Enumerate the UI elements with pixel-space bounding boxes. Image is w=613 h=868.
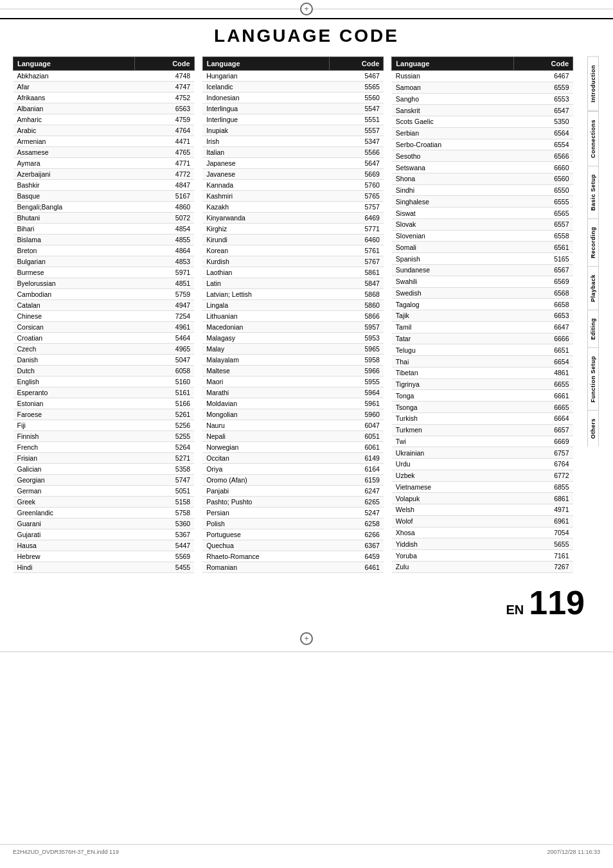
lang-code: 5551 — [329, 114, 384, 125]
table-row: Amharic4759 — [13, 114, 195, 125]
lang-code: 6567 — [513, 265, 573, 276]
lang-name: Singhalese — [392, 196, 513, 208]
table-row: Maori5955 — [202, 376, 384, 387]
lang-name: Danish — [13, 355, 135, 366]
lang-name: Setswana — [392, 162, 513, 173]
table-row: Bashkir4847 — [13, 180, 195, 191]
lang-code: 5860 — [329, 300, 384, 311]
lang-name: Latvian; Lettish — [202, 289, 329, 300]
lang-name: Mongolian — [202, 409, 329, 420]
table-row: Hungarian5467 — [202, 71, 384, 82]
lang-code: 7267 — [513, 561, 573, 572]
lang-name: Siswat — [392, 208, 513, 219]
side-tab-recording: Recording — [587, 218, 599, 266]
en-label: EN — [506, 603, 524, 617]
lang-code: 6669 — [513, 436, 573, 447]
lang-name: Catalan — [13, 300, 135, 311]
lang-code: 6764 — [513, 459, 573, 470]
lang-name: Amharic — [13, 114, 135, 125]
table-row: Greenlandic5758 — [13, 508, 195, 518]
lang-code: 5160 — [135, 376, 195, 387]
lang-code: 4947 — [135, 300, 195, 311]
table-row: Kirundi6460 — [202, 235, 384, 245]
table-row: Siswat6565 — [392, 208, 573, 219]
table-row: Turkish6664 — [392, 412, 573, 424]
lang-code: 4853 — [135, 256, 195, 267]
table-row: Bulgarian4853 — [13, 256, 195, 267]
lang-name: Tamil — [392, 321, 513, 333]
lang-code: 5747 — [135, 475, 195, 486]
table-row: Interlingue5551 — [202, 114, 384, 125]
lang-code: 5158 — [135, 497, 195, 508]
lang-name: Welsh — [392, 504, 513, 516]
table-row: Finnish5255 — [13, 431, 195, 442]
table-row: Urdu6764 — [392, 459, 573, 470]
lang-name: Uzbek — [392, 470, 513, 481]
lang-code: 5247 — [329, 508, 384, 518]
table-row: Aymara4771 — [13, 158, 195, 169]
lang-name: Galician — [13, 464, 135, 475]
lang-name: Shona — [392, 173, 513, 184]
table-row: Sangho6553 — [392, 93, 573, 105]
table-row: Arabic4764 — [13, 125, 195, 136]
lang-name: Yiddish — [392, 538, 513, 550]
lang-code: 5569 — [135, 551, 195, 562]
table-row: Czech4965 — [13, 344, 195, 355]
lang-name: German — [13, 486, 135, 497]
lang-code: 6654 — [513, 356, 573, 368]
lang-name: Sanskrit — [392, 105, 513, 116]
side-tab-function-setup: Function Setup — [587, 348, 599, 411]
lang-code: 6564 — [513, 127, 573, 139]
table-row: Greek5158 — [13, 497, 195, 508]
lang-code: 4847 — [135, 180, 195, 191]
table-row: Yiddish5655 — [392, 538, 573, 550]
lang-code: 6665 — [513, 402, 573, 413]
table-row: German5051 — [13, 486, 195, 497]
table-row: Kannada5760 — [202, 180, 384, 191]
table-row: Vietnamese6855 — [392, 481, 573, 493]
lang-name: Interlingua — [202, 103, 329, 114]
table-row: Malayalam5958 — [202, 355, 384, 366]
lang-code: 5565 — [329, 82, 384, 93]
table-row: Hindi5455 — [13, 562, 195, 573]
lang-code: 5560 — [329, 93, 384, 103]
lang-name: Macedonian — [202, 322, 329, 333]
lang-name: Oromo (Afan) — [202, 475, 329, 486]
table-row: Zulu7267 — [392, 561, 573, 572]
lang-code: 5771 — [329, 224, 384, 235]
lang-code: 4471 — [135, 136, 195, 147]
table-row: Macedonian5957 — [202, 322, 384, 333]
lang-code: 5655 — [513, 538, 573, 550]
table-row: Volapuk6861 — [392, 493, 573, 504]
table-row: Breton4864 — [13, 245, 195, 256]
table-row: Guarani5360 — [13, 518, 195, 529]
lang-name: Tajik — [392, 310, 513, 322]
lang-name: Serbo-Croatian — [392, 139, 513, 150]
table-row: Kinyarwanda6469 — [202, 213, 384, 224]
table-row: Serbian6564 — [392, 127, 573, 139]
table-row: Panjabi6247 — [202, 486, 384, 497]
table-row: Afrikaans4752 — [13, 93, 195, 103]
lang-name: Nauru — [202, 420, 329, 431]
lang-code: 6855 — [513, 481, 573, 493]
lang-code: 6666 — [513, 333, 573, 344]
lang-code: 6565 — [513, 208, 573, 219]
table-row: Romanian6461 — [202, 562, 384, 573]
lang-name: Croatian — [13, 333, 135, 344]
table-row: Sanskrit6547 — [392, 105, 573, 116]
table-row: Serbo-Croatian6554 — [392, 139, 573, 150]
lang-code: 5971 — [135, 267, 195, 278]
lang-name: Azerbaijani — [13, 169, 135, 180]
lang-code: 5767 — [329, 256, 384, 267]
table-row: Ukrainian6757 — [392, 447, 573, 459]
footer-right: 2007/12/28 11:16:33 — [547, 849, 600, 855]
lang-code: 4765 — [135, 147, 195, 158]
lang-code: 6660 — [513, 162, 573, 173]
lang-code: 4851 — [135, 278, 195, 289]
lang-name: Romanian — [202, 562, 329, 573]
lang-code: 5757 — [329, 202, 384, 213]
lang-name: Esperanto — [13, 387, 135, 398]
lang-name: Greek — [13, 497, 135, 508]
lang-code: 6164 — [329, 464, 384, 475]
lang-name: Russian — [392, 71, 513, 82]
